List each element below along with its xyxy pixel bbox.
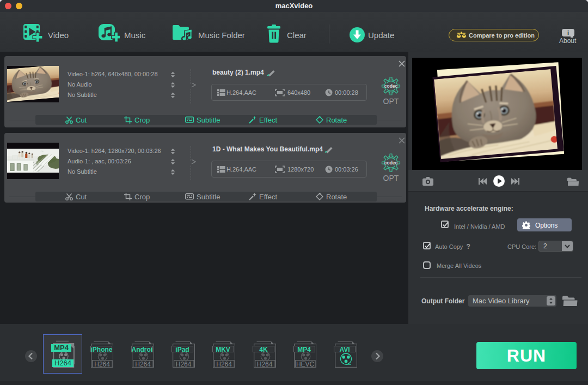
svg-text:codec: codec bbox=[384, 83, 398, 89]
svg-text:codec: codec bbox=[384, 160, 398, 166]
